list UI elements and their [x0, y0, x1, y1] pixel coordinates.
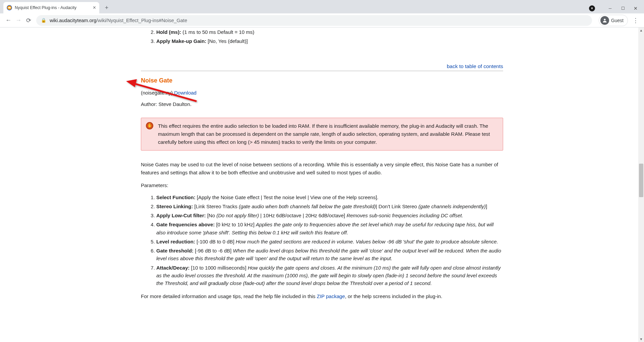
- parameters-list: Select Function: [Apply the Noise Gate e…: [156, 193, 503, 288]
- intro-paragraph: Noise Gates may be used to cut the level…: [141, 161, 503, 177]
- back-button[interactable]: ←: [3, 17, 13, 24]
- back-to-toc-link[interactable]: back to table of contents: [141, 63, 503, 69]
- list-item: Gate frequencies above: [0 kHz to 10 kHz…: [156, 220, 503, 237]
- close-window-icon[interactable]: ✕: [633, 6, 638, 11]
- page-content: Hold (ms): (1 ms to 50 ms Default = 10 m…: [74, 27, 570, 300]
- scroll-down-icon[interactable]: ▼: [638, 336, 644, 342]
- address-bar[interactable]: 🔒 wiki.audacityteam.org/wiki/Nyquist_Eff…: [36, 15, 592, 26]
- warning-icon: ✋: [146, 122, 153, 129]
- reload-button[interactable]: ⟳: [23, 17, 34, 24]
- forward-button[interactable]: →: [13, 17, 23, 24]
- section-heading: Noise Gate: [141, 77, 503, 84]
- warning-text: This effect requires the entire audio se…: [158, 123, 490, 145]
- list-item: Apply Make-up Gain: [No, Yes (default)]: [156, 37, 503, 46]
- lock-icon: 🔒: [41, 18, 46, 23]
- list-item: Apply Low-Cut filter: [No (Do not apply …: [156, 211, 503, 220]
- warning-box: ✋ This effect requires the entire audio …: [141, 118, 503, 151]
- tab-title: Nyquist Effect Plug-ins - Audacity: [15, 5, 90, 10]
- browser-toolbar: ← → ⟳ 🔒 wiki.audacityteam.org/wiki/Nyqui…: [0, 13, 644, 27]
- list-item: Attack/Decay: [10 to 1000 milliseconds] …: [156, 263, 503, 288]
- scroll-thumb[interactable]: [639, 164, 643, 197]
- tab-close-icon[interactable]: ×: [90, 5, 96, 11]
- footer-paragraph: For more detailed information and usage …: [141, 292, 503, 300]
- account-indicator-icon[interactable]: ▼: [589, 5, 595, 11]
- section-divider: [141, 71, 503, 71]
- menu-button[interactable]: ⋮: [633, 17, 639, 24]
- vertical-scrollbar[interactable]: ▲ ▼: [638, 27, 644, 342]
- new-tab-button[interactable]: +: [102, 3, 111, 12]
- tab-favicon: [7, 5, 12, 10]
- profile-chip[interactable]: Guest: [599, 15, 628, 26]
- zip-package-link[interactable]: ZIP package: [317, 293, 345, 299]
- svg-point-1: [8, 7, 11, 8]
- download-line: (noisegate.ny) Download: [141, 89, 503, 97]
- page-viewport: Hold (ms): (1 ms to 50 ms Default = 10 m…: [0, 27, 644, 342]
- maximize-icon[interactable]: ☐: [621, 6, 625, 11]
- url-path: /wiki/Nyquist_Effect_Plug-ins#Noise_Gate: [96, 18, 187, 23]
- prior-effect-params-list: Hold (ms): (1 ms to 50 ms Default = 10 m…: [156, 27, 503, 46]
- list-item: Stereo Linking: [Link Stereo Tracks (gat…: [156, 202, 503, 211]
- plugin-filename: (noisegate.ny): [141, 90, 174, 96]
- browser-tab[interactable]: Nyquist Effect Plug-ins - Audacity ×: [3, 2, 99, 13]
- url-domain: wiki.audacityteam.org: [50, 18, 96, 23]
- parameters-label: Parameters:: [141, 181, 503, 189]
- browser-tab-strip: Nyquist Effect Plug-ins - Audacity × + ▼…: [0, 0, 644, 13]
- svg-point-2: [604, 18, 605, 20]
- avatar-icon: [600, 16, 609, 25]
- list-item: Hold (ms): (1 ms to 50 ms Default = 10 m…: [156, 27, 503, 37]
- list-item: Select Function: [Apply the Noise Gate e…: [156, 193, 503, 202]
- list-item: Gate threshold: [-96 dB to -6 dB] When t…: [156, 246, 503, 263]
- list-item: Level reduction: [-100 dB to 0 dB] How m…: [156, 237, 503, 246]
- window-controls: ▼ ─ ☐ ✕: [589, 5, 644, 13]
- profile-label: Guest: [611, 18, 624, 23]
- scroll-up-icon[interactable]: ▲: [638, 27, 644, 33]
- download-link[interactable]: Download: [174, 90, 197, 96]
- minimize-icon[interactable]: ─: [608, 6, 612, 11]
- author-line: Author: Steve Daulton.: [141, 100, 503, 108]
